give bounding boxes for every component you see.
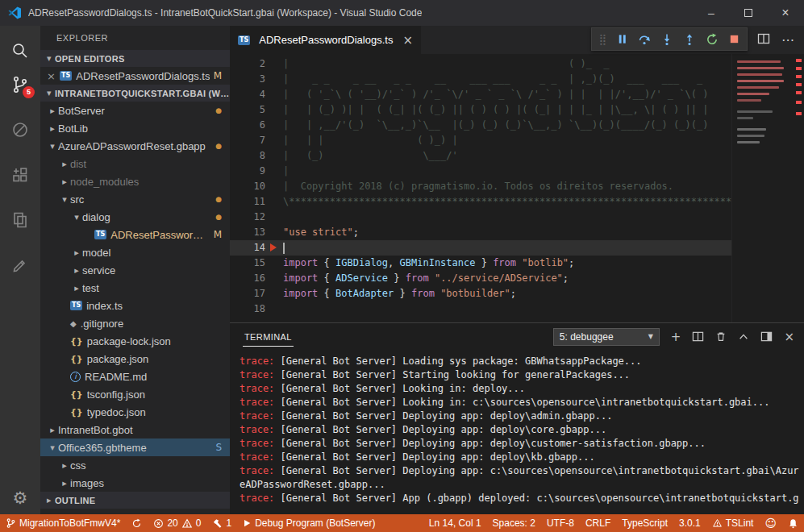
indentation-status[interactable]: Spaces: 2: [487, 514, 541, 532]
tree-item--gitignore[interactable]: ◆.gitignore: [40, 314, 230, 332]
minimize-button[interactable]: –: [693, 0, 730, 26]
split-editor-button[interactable]: [757, 32, 770, 48]
editor-line-2[interactable]: 2| ( )_ _ |: [230, 56, 804, 72]
editor-line-15[interactable]: 15import { IGBDialog, GBMinInstance } fr…: [230, 256, 804, 271]
terminal-instance-select[interactable]: 5: debuggee ▼: [553, 328, 660, 346]
tab-adresetpassworddialogs[interactable]: TS ADResetPasswordDialogs.ts ×: [230, 26, 421, 54]
tree-item-service[interactable]: ▸service: [40, 261, 230, 279]
restart-button[interactable]: [706, 33, 719, 46]
terminal-output[interactable]: trace: [General Bot Server] Loading sys …: [230, 350, 804, 514]
new-terminal-button[interactable]: +: [671, 330, 681, 344]
language-status[interactable]: TypeScript: [616, 514, 673, 532]
files-icon[interactable]: [1, 203, 40, 237]
file-label: tsconfig.json: [87, 389, 230, 401]
edit-icon[interactable]: [1, 248, 40, 282]
tree-item-tsconfig-json[interactable]: {}tsconfig.json: [40, 385, 230, 403]
editor-line-17[interactable]: 17import { BotAdapter } from "botbuilder…: [230, 286, 804, 301]
close-button[interactable]: ×: [767, 0, 804, 26]
more-actions-button[interactable]: ⋯: [781, 32, 794, 48]
step-out-button[interactable]: [683, 33, 696, 46]
drag-handle[interactable]: ⣿: [598, 33, 606, 45]
tree-item-typedoc-json[interactable]: {}typedoc.json: [40, 403, 230, 421]
tree-item-azureadpasswordreset-gbapp[interactable]: ▾AzureADPasswordReset.gbapp●: [40, 137, 230, 155]
version-status[interactable]: 3.0.1: [673, 514, 706, 532]
problems-status[interactable]: 20 0: [148, 514, 206, 532]
tree-item-office365-gbtheme[interactable]: ▾Office365.gbthemeS: [40, 438, 230, 456]
search-icon[interactable]: [1, 34, 40, 68]
editor-line-4[interactable]: 4| ( '_`\ ( '__)/'_` ) /'_ `\/' _ ` _ `\…: [230, 87, 804, 102]
tree-item-index-ts[interactable]: TSindex.ts: [40, 297, 230, 314]
tab-close-icon[interactable]: ×: [402, 33, 413, 48]
tree-item-css[interactable]: ▸css: [40, 456, 230, 474]
editor-line-7[interactable]: 7| | | ( )_) | |: [230, 133, 804, 148]
tree-item-readme-md[interactable]: iREADME.md: [40, 368, 230, 385]
step-over-button[interactable]: [638, 33, 651, 46]
maximize-button[interactable]: [730, 0, 767, 26]
tasks-status[interactable]: 1: [206, 514, 237, 532]
git-status-badge: M: [214, 229, 222, 240]
tree-item-intranetbot-gbot[interactable]: ▸IntranetBot.gbot: [40, 421, 230, 438]
tree-item-images[interactable]: ▸images: [40, 474, 230, 492]
feedback-smiley-button[interactable]: ☺: [759, 514, 782, 532]
editor-line-16[interactable]: 16import { ADService } from "../service/…: [230, 271, 804, 286]
minimap[interactable]: [731, 54, 786, 322]
tree-item-package-json[interactable]: {}package.json: [40, 350, 230, 368]
tab-bar: TS ADResetPasswordDialogs.ts × ⣿: [230, 26, 804, 54]
tree-item-adresetpassworddialogs-ts[interactable]: TSADResetPasswordDialogs.tsM: [40, 226, 230, 243]
eol-status[interactable]: CRLF: [580, 514, 616, 532]
kill-terminal-button[interactable]: [715, 330, 727, 343]
editor-line-8[interactable]: 8| (_) \___/' |: [230, 148, 804, 164]
cursor-position-status[interactable]: Ln 14, Col 1: [423, 514, 487, 532]
settings-gear-icon[interactable]: ⚙: [13, 488, 28, 508]
notifications-bell-button[interactable]: [782, 514, 804, 532]
code-editor[interactable]: 2| ( )_ _ |3| _ _ _ __ _ _ __ ___ ___ _ …: [230, 54, 804, 322]
editor-line-12[interactable]: 12: [230, 210, 804, 225]
tslint-status[interactable]: TSLint: [706, 514, 760, 532]
tree-item-src[interactable]: ▾src●: [40, 190, 230, 208]
editor-line-5[interactable]: 5| | (_) )| | ( (_| |( (_) || ( ) ( ) |(…: [230, 102, 804, 118]
tree-item-package-lock-json[interactable]: {}package-lock.json: [40, 332, 230, 350]
editor-line-10[interactable]: 10| Copyright 2018 (c) pragmatismo.io. T…: [230, 179, 804, 194]
debug-icon[interactable]: [1, 113, 40, 147]
editor-line-13[interactable]: 13"use strict";: [230, 225, 804, 240]
step-into-button[interactable]: [660, 33, 673, 46]
editor-line-18[interactable]: 18: [230, 301, 804, 317]
maximize-panel-button[interactable]: [738, 331, 749, 343]
pause-button[interactable]: [616, 33, 628, 45]
close-panel-button[interactable]: ×: [784, 330, 794, 344]
minimap-mark: [737, 80, 784, 82]
editor-line-14[interactable]: 14: [230, 240, 804, 256]
file-label: .gitignore: [81, 318, 230, 330]
tree-item-model[interactable]: ▸model: [40, 243, 230, 261]
tree-item-botlib[interactable]: ▸BotLib: [40, 119, 230, 137]
stop-button[interactable]: [728, 33, 740, 45]
open-editor-item[interactable]: × TS ADResetPasswordDialogs.ts M: [40, 67, 230, 85]
editor-line-3[interactable]: 3| _ _ _ __ _ _ __ ___ ___ _ _ | ,_)(_) …: [230, 72, 804, 87]
git-branch-status[interactable]: MigrationToBotFmwV4*: [0, 514, 126, 532]
tree-item-dialog[interactable]: ▾dialog●: [40, 208, 230, 226]
tree-item-botserver[interactable]: ▸BotServer●: [40, 102, 230, 119]
terminal-line: trace: [General Bot Server] Deploying ap…: [240, 423, 804, 437]
workspace-root-header[interactable]: ▾ INTRANETBOTQUICKSTART.GBAI (WORKSPACE): [40, 85, 230, 102]
tree-item-test[interactable]: ▸test: [40, 279, 230, 297]
json-file-icon: {}: [70, 389, 83, 400]
modified-dot-badge: ●: [215, 106, 222, 114]
extensions-icon[interactable]: [1, 158, 40, 192]
encoding-status[interactable]: UTF-8: [541, 514, 580, 532]
editor-line-6[interactable]: 6| | ,__/'(_) `\__,_)`\__ |(_) (_) (_)`\…: [230, 118, 804, 133]
outline-header[interactable]: ▸ OUTLINE: [40, 492, 230, 509]
tab-terminal[interactable]: TERMINAL: [243, 327, 294, 347]
close-icon[interactable]: ×: [47, 70, 60, 82]
split-terminal-button[interactable]: [692, 330, 704, 343]
editor-line-9[interactable]: 9| |: [230, 164, 804, 179]
editor-line-11[interactable]: 11\*************************************…: [230, 194, 804, 210]
tree-item-dist[interactable]: ▸dist: [40, 155, 230, 172]
source-control-icon[interactable]: 5: [1, 68, 40, 102]
debug-config-status[interactable]: Debug Program (BotServer): [237, 514, 381, 532]
chevron-right-icon: ▸: [71, 247, 82, 258]
open-editors-header[interactable]: ▾ OPEN EDITORS: [40, 50, 230, 67]
sync-button[interactable]: [126, 514, 148, 532]
title-bar: ADResetPasswordDialogs.ts - IntranetBotQ…: [0, 0, 804, 26]
panel-position-button[interactable]: [760, 330, 773, 343]
tree-item-node-modules[interactable]: ▸node_modules: [40, 172, 230, 190]
